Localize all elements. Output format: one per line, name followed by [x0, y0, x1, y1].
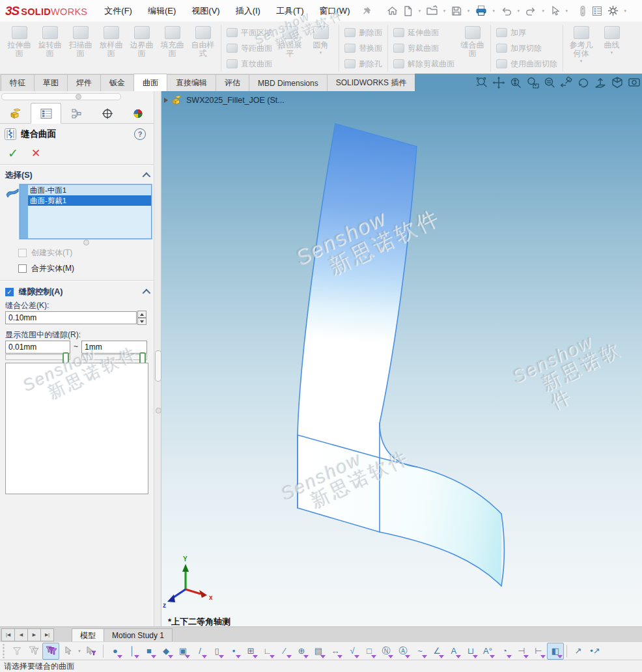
undo-button[interactable] — [499, 4, 514, 18]
tab-direct-editing[interactable]: 直接编辑 — [167, 74, 216, 91]
gap-min-input[interactable] — [5, 341, 70, 354]
select-tool-button[interactable] — [548, 4, 562, 18]
print-button[interactable] — [473, 3, 489, 18]
filter-button-filter-balloons[interactable]: Ⓝ — [378, 643, 395, 660]
ok-button[interactable]: ✓ — [8, 147, 18, 160]
tab-surfaces[interactable]: 曲面 — [133, 74, 167, 91]
save-caret-icon[interactable]: ▼ — [466, 9, 470, 13]
expand-arrow-icon[interactable] — [164, 98, 168, 103]
merge-entities-checkbox[interactable] — [18, 264, 27, 273]
menu-file[interactable]: 文件(F) — [96, 1, 140, 21]
filter-button-filter-display-states[interactable]: ◔ — [496, 643, 513, 660]
filter-stack-icon[interactable] — [25, 643, 42, 660]
filter-button-filter-sketch-segments[interactable]: ∟ — [259, 643, 276, 660]
filter-button-filter-dowel-pins[interactable]: ⊔ — [462, 643, 479, 660]
model-3d-surfaces[interactable]: Y x z — [161, 91, 642, 626]
gap-control-checkbox[interactable]: ✓ — [5, 288, 14, 296]
filter-button-filter-weld-symbols[interactable]: ~ — [412, 643, 428, 660]
filter-button-filter-datums[interactable]: Ⓐ — [395, 643, 412, 660]
tab-display-manager[interactable] — [122, 103, 153, 124]
menu-insert[interactable]: 插入(I) — [228, 1, 268, 21]
feature-tree-flyout[interactable]: SWX2025_Fillet_JOE (St... — [164, 95, 285, 105]
select-tool-caret-icon[interactable]: ▼ — [565, 9, 568, 13]
tab-sketch[interactable]: 草图 — [34, 74, 68, 91]
panel-scrollbar[interactable] — [1, 93, 121, 100]
undo-caret-icon[interactable]: ▼ — [516, 9, 520, 13]
pan-icon[interactable] — [490, 75, 507, 91]
feature-statistics-icon[interactable] — [590, 4, 604, 18]
tab-dimxpert-manager[interactable] — [92, 103, 122, 124]
gap-list-box[interactable] — [5, 363, 148, 494]
splitter-dot-handle[interactable] — [156, 408, 161, 413]
menu-window[interactable]: 窗口(W) — [312, 1, 358, 21]
panel-splitter[interactable] — [154, 91, 161, 626]
filter-button-filter-angular-dimensions[interactable]: A° — [479, 643, 496, 660]
selection-section-header[interactable]: 选择(S) — [0, 168, 154, 182]
previous-view-icon[interactable] — [558, 75, 574, 91]
clear-all-filters-icon[interactable] — [42, 643, 59, 660]
graphics-viewport[interactable]: Y x z SWX2025_Fillet_JOE (St... *上下二等角轴测 — [161, 91, 642, 626]
filter-button-select-region[interactable]: ◧ — [547, 643, 564, 660]
filter-button-filter-midpoints[interactable]: ∕ — [276, 643, 293, 660]
tab-mbd-dimensions[interactable]: MBD Dimensions — [249, 74, 328, 91]
tab-sheet-metal[interactable]: 钣金 — [100, 74, 134, 91]
home-button[interactable] — [385, 3, 400, 18]
filter-button-filter-surface-finish[interactable]: √ — [344, 643, 361, 660]
next-study-button[interactable]: ▶ — [27, 628, 41, 641]
filter-button-quick-snaps[interactable]: ↗ — [570, 643, 587, 660]
filter-button-filter-axes[interactable]: / — [191, 643, 208, 660]
menu-view[interactable]: 视图(V) — [184, 1, 227, 21]
filter-button-filter-dimensions[interactable]: ↔ — [327, 643, 344, 660]
selection-item-surface-trim1[interactable]: 曲面-剪裁1 — [28, 195, 151, 206]
filter-button-filter-faces[interactable]: ■ — [141, 643, 158, 660]
tab-evaluate[interactable]: 评估 — [216, 74, 249, 91]
filter-button-filter-routing-points[interactable]: ⊢ — [530, 643, 547, 660]
options-caret-icon[interactable]: ▼ — [623, 9, 627, 13]
menu-tools[interactable]: 工具(T) — [268, 1, 312, 21]
tab-property-manager[interactable] — [31, 103, 61, 124]
filter-button-filter-annotations[interactable]: A — [445, 643, 462, 660]
open-button[interactable] — [425, 4, 440, 18]
splitter-handle[interactable] — [155, 350, 161, 382]
select-cursor-caret-icon[interactable]: ▼ — [77, 649, 81, 653]
spinner-up-button[interactable] — [137, 311, 147, 318]
display-style-icon[interactable] — [609, 75, 625, 91]
gap-max-input[interactable] — [81, 341, 147, 354]
section-view-icon[interactable] — [592, 75, 608, 91]
toolbar-options-icon[interactable] — [577, 4, 589, 18]
filter-button-filter-notes[interactable]: □ — [361, 643, 378, 660]
tab-configuration-manager[interactable] — [61, 103, 92, 124]
select-cursor-icon[interactable] — [59, 643, 76, 660]
menu-edit[interactable]: 编辑(E) — [140, 1, 184, 21]
open-caret-icon[interactable]: ▼ — [442, 9, 446, 13]
zoom-to-selection-icon[interactable] — [541, 75, 557, 91]
knitting-tolerance-input[interactable] — [5, 311, 137, 324]
filter-selection-icon[interactable] — [83, 643, 100, 660]
tab-feature-manager[interactable] — [0, 103, 31, 124]
view-settings-icon[interactable] — [626, 75, 642, 91]
study-tab-motion-study-1[interactable]: Motion Study 1 — [104, 628, 173, 642]
zoom-fit-icon[interactable] — [473, 75, 490, 91]
save-button[interactable] — [449, 4, 464, 18]
help-icon[interactable]: ? — [134, 128, 146, 140]
tab-solidworks-add-ins[interactable]: SOLIDWORKS 插件 — [327, 74, 416, 91]
previous-study-button[interactable]: ◀ — [14, 628, 28, 641]
feature-tree-root-label[interactable]: SWX2025_Fillet_JOE (St... — [186, 96, 285, 105]
first-study-button[interactable]: |◀ — [1, 628, 15, 641]
filter-button-filter-geometric-tolerances[interactable]: ∠ — [428, 643, 445, 660]
new-document-button[interactable] — [401, 4, 415, 18]
toolbar-grip-handle[interactable] — [1, 644, 6, 658]
options-gear-button[interactable] — [606, 3, 621, 18]
gap-max-slider[interactable] — [81, 354, 147, 360]
print-caret-icon[interactable]: ▼ — [492, 9, 495, 13]
zoom-in-out-icon[interactable] — [507, 75, 523, 91]
filter-button-filter-sketch-points[interactable]: ▪ — [225, 643, 242, 660]
tab-weldments[interactable]: 焊件 — [67, 74, 101, 91]
filter-button-filter-vertices[interactable]: ● — [107, 643, 124, 660]
rotate-view-icon[interactable] — [575, 75, 591, 91]
filter-button-filter-solid-bodies[interactable]: ▣ — [174, 643, 191, 660]
gap-min-slider[interactable] — [5, 354, 70, 360]
filter-button-separator[interactable] — [566, 645, 567, 658]
filter-button-filter-origins[interactable]: ⊕ — [293, 643, 310, 660]
filter-button-filter-connection-points[interactable]: ⊣ — [513, 643, 530, 660]
